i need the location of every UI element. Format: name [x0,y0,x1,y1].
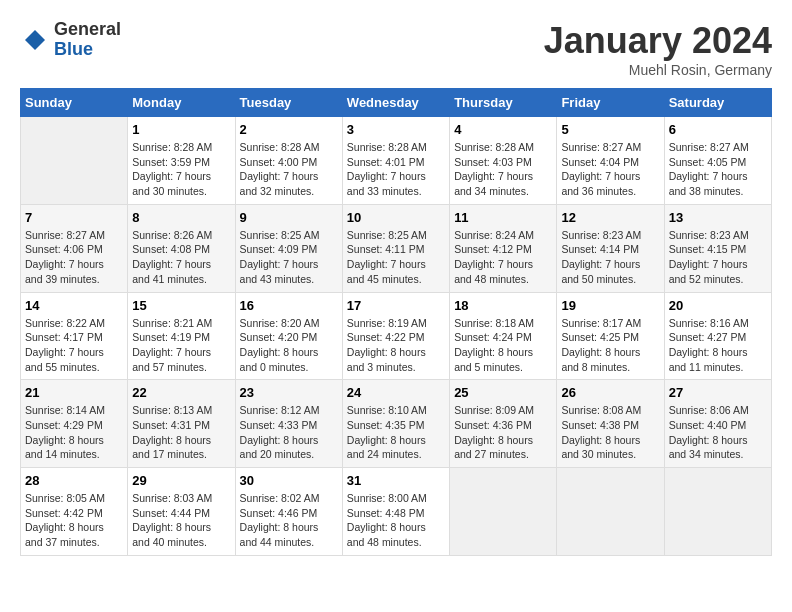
day-number: 17 [347,298,445,313]
calendar-cell: 2Sunrise: 8:28 AMSunset: 4:00 PMDaylight… [235,117,342,205]
calendar-table: SundayMondayTuesdayWednesdayThursdayFrid… [20,88,772,556]
calendar-cell: 11Sunrise: 8:24 AMSunset: 4:12 PMDayligh… [450,204,557,292]
location: Muehl Rosin, Germany [544,62,772,78]
day-number: 30 [240,473,338,488]
calendar-cell: 30Sunrise: 8:02 AMSunset: 4:46 PMDayligh… [235,468,342,556]
calendar-cell: 7Sunrise: 8:27 AMSunset: 4:06 PMDaylight… [21,204,128,292]
day-info: Sunrise: 8:06 AMSunset: 4:40 PMDaylight:… [669,403,767,462]
day-number: 5 [561,122,659,137]
page-header: General Blue January 2024 Muehl Rosin, G… [20,20,772,78]
logo-icon [20,25,50,55]
day-number: 9 [240,210,338,225]
day-number: 15 [132,298,230,313]
logo-general-text: General [54,20,121,40]
day-number: 25 [454,385,552,400]
day-number: 23 [240,385,338,400]
calendar-cell: 22Sunrise: 8:13 AMSunset: 4:31 PMDayligh… [128,380,235,468]
weekday-header: Saturday [664,89,771,117]
day-info: Sunrise: 8:23 AMSunset: 4:14 PMDaylight:… [561,228,659,287]
day-info: Sunrise: 8:00 AMSunset: 4:48 PMDaylight:… [347,491,445,550]
day-number: 20 [669,298,767,313]
calendar-cell [557,468,664,556]
day-info: Sunrise: 8:28 AMSunset: 4:01 PMDaylight:… [347,140,445,199]
day-number: 1 [132,122,230,137]
day-number: 7 [25,210,123,225]
calendar-cell: 21Sunrise: 8:14 AMSunset: 4:29 PMDayligh… [21,380,128,468]
day-info: Sunrise: 8:10 AMSunset: 4:35 PMDaylight:… [347,403,445,462]
day-number: 4 [454,122,552,137]
logo-blue-text: Blue [54,40,121,60]
calendar-cell [664,468,771,556]
logo: General Blue [20,20,121,60]
calendar-cell: 15Sunrise: 8:21 AMSunset: 4:19 PMDayligh… [128,292,235,380]
calendar-cell: 4Sunrise: 8:28 AMSunset: 4:03 PMDaylight… [450,117,557,205]
calendar-week-row: 21Sunrise: 8:14 AMSunset: 4:29 PMDayligh… [21,380,772,468]
day-number: 3 [347,122,445,137]
day-number: 13 [669,210,767,225]
weekday-header: Sunday [21,89,128,117]
day-number: 29 [132,473,230,488]
day-info: Sunrise: 8:17 AMSunset: 4:25 PMDaylight:… [561,316,659,375]
day-info: Sunrise: 8:09 AMSunset: 4:36 PMDaylight:… [454,403,552,462]
calendar-cell: 16Sunrise: 8:20 AMSunset: 4:20 PMDayligh… [235,292,342,380]
calendar-cell: 20Sunrise: 8:16 AMSunset: 4:27 PMDayligh… [664,292,771,380]
weekday-header: Wednesday [342,89,449,117]
calendar-cell: 26Sunrise: 8:08 AMSunset: 4:38 PMDayligh… [557,380,664,468]
day-number: 28 [25,473,123,488]
calendar-week-row: 14Sunrise: 8:22 AMSunset: 4:17 PMDayligh… [21,292,772,380]
day-info: Sunrise: 8:25 AMSunset: 4:11 PMDaylight:… [347,228,445,287]
calendar-cell: 29Sunrise: 8:03 AMSunset: 4:44 PMDayligh… [128,468,235,556]
weekday-header: Friday [557,89,664,117]
day-number: 8 [132,210,230,225]
day-info: Sunrise: 8:22 AMSunset: 4:17 PMDaylight:… [25,316,123,375]
day-info: Sunrise: 8:23 AMSunset: 4:15 PMDaylight:… [669,228,767,287]
calendar-cell: 8Sunrise: 8:26 AMSunset: 4:08 PMDaylight… [128,204,235,292]
day-number: 10 [347,210,445,225]
day-number: 31 [347,473,445,488]
day-info: Sunrise: 8:24 AMSunset: 4:12 PMDaylight:… [454,228,552,287]
day-info: Sunrise: 8:28 AMSunset: 4:03 PMDaylight:… [454,140,552,199]
day-info: Sunrise: 8:13 AMSunset: 4:31 PMDaylight:… [132,403,230,462]
calendar-cell: 1Sunrise: 8:28 AMSunset: 3:59 PMDaylight… [128,117,235,205]
day-number: 22 [132,385,230,400]
calendar-cell: 14Sunrise: 8:22 AMSunset: 4:17 PMDayligh… [21,292,128,380]
month-title: January 2024 [544,20,772,62]
day-number: 14 [25,298,123,313]
calendar-cell: 9Sunrise: 8:25 AMSunset: 4:09 PMDaylight… [235,204,342,292]
day-number: 18 [454,298,552,313]
day-number: 2 [240,122,338,137]
calendar-cell: 27Sunrise: 8:06 AMSunset: 4:40 PMDayligh… [664,380,771,468]
day-info: Sunrise: 8:16 AMSunset: 4:27 PMDaylight:… [669,316,767,375]
calendar-cell: 6Sunrise: 8:27 AMSunset: 4:05 PMDaylight… [664,117,771,205]
calendar-cell: 18Sunrise: 8:18 AMSunset: 4:24 PMDayligh… [450,292,557,380]
logo-text: General Blue [54,20,121,60]
day-number: 24 [347,385,445,400]
day-info: Sunrise: 8:27 AMSunset: 4:04 PMDaylight:… [561,140,659,199]
day-info: Sunrise: 8:19 AMSunset: 4:22 PMDaylight:… [347,316,445,375]
calendar-cell: 12Sunrise: 8:23 AMSunset: 4:14 PMDayligh… [557,204,664,292]
calendar-cell: 25Sunrise: 8:09 AMSunset: 4:36 PMDayligh… [450,380,557,468]
day-number: 27 [669,385,767,400]
day-number: 11 [454,210,552,225]
calendar-week-row: 7Sunrise: 8:27 AMSunset: 4:06 PMDaylight… [21,204,772,292]
calendar-cell: 28Sunrise: 8:05 AMSunset: 4:42 PMDayligh… [21,468,128,556]
weekday-header: Thursday [450,89,557,117]
day-info: Sunrise: 8:27 AMSunset: 4:05 PMDaylight:… [669,140,767,199]
calendar-cell: 5Sunrise: 8:27 AMSunset: 4:04 PMDaylight… [557,117,664,205]
calendar-week-row: 28Sunrise: 8:05 AMSunset: 4:42 PMDayligh… [21,468,772,556]
day-number: 6 [669,122,767,137]
day-number: 26 [561,385,659,400]
weekday-header: Tuesday [235,89,342,117]
day-info: Sunrise: 8:28 AMSunset: 4:00 PMDaylight:… [240,140,338,199]
day-info: Sunrise: 8:25 AMSunset: 4:09 PMDaylight:… [240,228,338,287]
day-info: Sunrise: 8:08 AMSunset: 4:38 PMDaylight:… [561,403,659,462]
day-number: 16 [240,298,338,313]
day-info: Sunrise: 8:20 AMSunset: 4:20 PMDaylight:… [240,316,338,375]
calendar-cell [450,468,557,556]
calendar-cell [21,117,128,205]
day-info: Sunrise: 8:02 AMSunset: 4:46 PMDaylight:… [240,491,338,550]
calendar-cell: 31Sunrise: 8:00 AMSunset: 4:48 PMDayligh… [342,468,449,556]
day-number: 21 [25,385,123,400]
title-block: January 2024 Muehl Rosin, Germany [544,20,772,78]
calendar-cell: 24Sunrise: 8:10 AMSunset: 4:35 PMDayligh… [342,380,449,468]
